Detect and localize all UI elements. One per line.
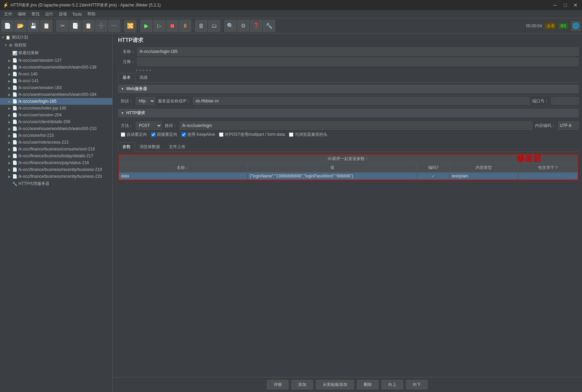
tree-item-status-216[interactable]: ▶ 📄 /k-occ/finance/business/pay/status-2… <box>0 159 112 166</box>
function-helper-button[interactable]: ⚙ <box>237 20 249 32</box>
browser-compat-checkbox[interactable] <box>289 132 293 137</box>
icon-workbench-138: 📄 <box>12 65 17 70</box>
port-label: 端口号： <box>532 98 549 104</box>
detail-button[interactable]: 详细 <box>267 380 288 389</box>
clear-all-button[interactable]: 🗂 <box>208 20 220 32</box>
label-http-proxy: HTTP代理服务器 <box>18 181 49 187</box>
tree-item-thread-group[interactable]: ▼ ⚙ 线程组 <box>0 41 112 49</box>
tree-item-business-219[interactable]: ▶ 📄 /k-occ/finance/business/recently/bus… <box>0 166 112 173</box>
port-input[interactable] <box>551 97 579 105</box>
server-input[interactable] <box>193 97 529 105</box>
tab-file-upload[interactable]: 文件上传 <box>164 142 190 151</box>
menu-tools[interactable]: Tools <box>70 11 85 17</box>
params-data-row[interactable]: data {"loginName":"13666666666","loginPa… <box>119 172 578 180</box>
tree-item-session-183[interactable]: ▶ 📄 /k-occ/user/session-183 <box>0 84 112 91</box>
auto-redirect-checkbox[interactable] <box>121 132 125 137</box>
menu-edit[interactable]: 编辑 <box>15 11 29 18</box>
window-title: HTTP请求.jmx (D:\apache-jmeter-5.2.1\bin\H… <box>11 2 551 8</box>
tab-body-data[interactable]: 消息体数据 <box>135 142 164 151</box>
clear-button[interactable]: 🗑 <box>195 20 207 32</box>
start-no-pause-button[interactable]: ▷ <box>153 20 165 32</box>
comment-input[interactable] <box>137 58 579 66</box>
collapse-button[interactable]: ➖ <box>108 20 120 32</box>
tab-params[interactable]: 参数 <box>118 142 135 152</box>
tree-item-details-206[interactable]: ▶ 📄 /k-occ/user/client/details-206 <box>0 118 112 125</box>
extra-button[interactable]: 🔧 <box>263 20 275 32</box>
http-req-section-title: HTTP请求 <box>126 110 145 116</box>
maximize-button[interactable]: □ <box>562 1 569 9</box>
menu-help[interactable]: 帮助 <box>85 11 98 18</box>
auto-redirect-text: 自动重定向 <box>127 132 147 137</box>
keepalive-text: 使用 KeepAlive <box>187 132 215 137</box>
help-button[interactable]: ❓ <box>250 20 262 32</box>
menu-options[interactable]: 选项 <box>56 11 70 18</box>
tab-advanced[interactable]: 高级 <box>135 73 152 82</box>
path-input[interactable] <box>180 121 532 130</box>
toolbar-separator-5 <box>222 21 222 31</box>
tree-item-workbench-210[interactable]: ▶ 📄 /k-occ/warehouse/workbench/warn/0/0-… <box>0 125 112 132</box>
auto-redirect-label[interactable]: 自动重定向 <box>121 132 147 137</box>
tree-item-http-proxy[interactable]: 🔧 HTTP代理服务器 <box>0 180 112 188</box>
label-thread-group: 线程组 <box>14 42 27 48</box>
icon-details-206: 📄 <box>12 119 17 124</box>
save-as-button[interactable]: 📋 <box>40 20 53 32</box>
encoding-input[interactable] <box>558 121 579 130</box>
start-button[interactable]: ▶ <box>140 20 152 32</box>
open-button[interactable]: 📂 <box>14 20 27 32</box>
browser-compat-label[interactable]: 与浏览器兼容的头 <box>289 132 328 137</box>
tree-item-index-186[interactable]: ▶ 📄 /k-occ/views/index.jsp-186 <box>0 105 112 112</box>
menu-run[interactable]: 运行 <box>42 11 56 18</box>
tree-item-list-215[interactable]: ▶ 📄 /k-occ/store/list-215 <box>0 132 112 139</box>
tree-item-sort-218[interactable]: ▶ 📄 /k-occ/finance/business/consume/sort… <box>0 146 112 153</box>
name-input[interactable] <box>137 47 579 56</box>
stop-button[interactable]: ⏹ <box>166 20 178 32</box>
menu-file[interactable]: 文件 <box>1 11 15 18</box>
copy-button[interactable]: 📑 <box>69 20 82 32</box>
web-server-header[interactable]: ▼ Web服务器 <box>118 85 579 93</box>
shutdown-button[interactable]: ⏸ <box>179 20 191 32</box>
minimize-button[interactable]: ─ <box>551 1 559 9</box>
protocol-select[interactable]: http https <box>136 97 155 105</box>
search-button[interactable]: 🔍 <box>224 20 236 32</box>
checkboxes-row: 自动重定向 跟随重定向 使用 KeepAlive 对POST使用multipar… <box>121 132 579 137</box>
icon-business-219: 📄 <box>12 167 17 172</box>
add-from-clipboard-button[interactable]: 从剪贴板添加 <box>316 380 354 389</box>
expand-button[interactable]: ➕ <box>95 20 107 32</box>
toolbar-separator-2 <box>122 21 122 31</box>
comment-row: 注释： <box>118 58 579 66</box>
tree-item-occ-141[interactable]: ▶ 📄 /k-occ/-141 <box>0 77 112 84</box>
multipart-checkbox[interactable] <box>219 132 223 137</box>
new-button[interactable]: 📄 <box>1 20 14 32</box>
http-req-section-header[interactable]: ▼ HTTP请求 <box>118 109 579 117</box>
follow-redirect-checkbox[interactable] <box>151 132 156 137</box>
menu-find[interactable]: 查找 <box>29 11 42 18</box>
tree-item-access-213[interactable]: ▶ 📄 /k-occ/user/role/access-213 <box>0 139 112 146</box>
tree-item-business-220[interactable]: ▶ 📄 /k-occ/finance/business/recently/bus… <box>0 173 112 180</box>
delete-button[interactable]: 删除 <box>357 380 378 389</box>
method-select[interactable]: POST GET PUT DELETE <box>136 121 162 130</box>
cut-button[interactable]: ✂ <box>56 20 69 32</box>
tree-item-occ-140[interactable]: ▶ 📄 /k-occ-140 <box>0 71 112 77</box>
tree-item-workbench-138[interactable]: ▶ 📄 /k-occ/warehouse/workbench/warn/0/0-… <box>0 64 112 71</box>
globe-button[interactable]: 🌐 <box>571 21 581 31</box>
tab-basic[interactable]: 基本 <box>118 73 135 83</box>
keepalive-label[interactable]: 使用 KeepAlive <box>181 132 215 137</box>
tree-item-results-tree[interactable]: 📊 察看结果树 <box>0 49 112 57</box>
tree-item-session-204[interactable]: ▶ 📄 /k-occ/user/session-204 <box>0 112 112 118</box>
move-up-button[interactable]: 向上 <box>382 380 403 389</box>
move-down-button[interactable]: 向下 <box>406 380 427 389</box>
follow-redirect-label[interactable]: 跟随重定向 <box>151 132 177 137</box>
save-button[interactable]: 💾 <box>27 20 40 32</box>
panel-title: HTTP请求 <box>118 37 579 44</box>
close-button[interactable]: ✕ <box>572 1 579 9</box>
tree-item-details-217[interactable]: ▶ 📄 /k-occ/finance/business/today/detail… <box>0 153 112 159</box>
tree-item-workbench-184[interactable]: ▶ 📄 /k-occ/warehouse/workbench/warn/0/0-… <box>0 91 112 98</box>
tree-item-session-137[interactable]: ▶ 📄 /k-occ/user/session-137 <box>0 57 112 64</box>
toggle-button[interactable]: 🔀 <box>124 20 136 32</box>
paste-button[interactable]: 📋 <box>82 20 94 32</box>
add-button[interactable]: 添加 <box>292 380 313 389</box>
keepalive-checkbox[interactable] <box>181 132 186 137</box>
tree-item-login-185[interactable]: ▶ 📄 /k-occ/user/login-185 <box>0 98 112 105</box>
multipart-label[interactable]: 对POST使用multipart / form-data <box>219 132 285 137</box>
tree-item-test-plan[interactable]: ▼ 📋 测试计划 <box>0 33 112 41</box>
